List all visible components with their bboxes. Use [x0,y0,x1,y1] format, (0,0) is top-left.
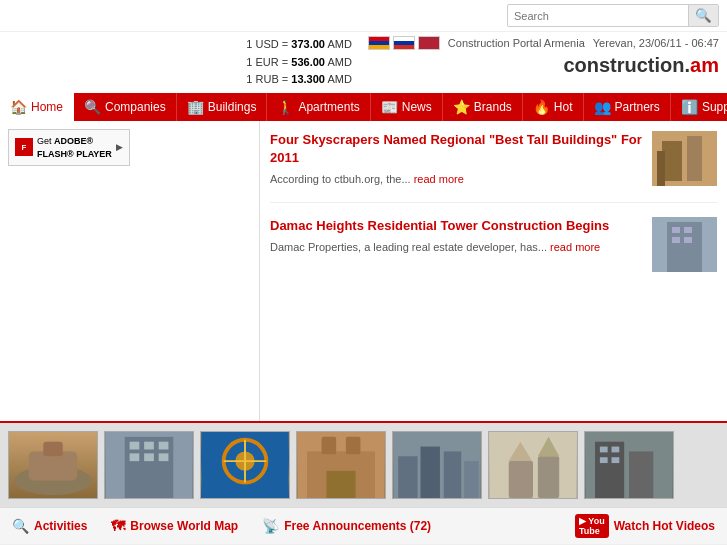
flags [368,36,440,50]
hot-videos-link[interactable]: Watch Hot Videos [614,519,715,533]
svg-rect-2 [687,136,702,181]
usd-rate: 1 USD = 373.00 AMD [246,36,352,54]
nav-brands[interactable]: ⭐ Brands [443,93,523,121]
svg-rect-6 [672,227,680,233]
info-bar: 1 USD = 373.00 AMD 1 EUR = 536.00 AMD 1 … [0,32,727,93]
news-text-1: Four Skyscrapers Named Regional "Best Ta… [270,131,642,188]
news-item-2: Damac Heights Residential Tower Construc… [270,217,717,286]
main-nav: 🏠 Home 🔍 Companies 🏢 Buildings 🚶 Apartme… [0,93,727,121]
top-search-button[interactable]: 🔍 [688,5,718,26]
thumb-7[interactable] [584,431,674,499]
home-icon: 🏠 [10,99,27,115]
svg-rect-12 [43,441,62,456]
flag-armenia [368,36,390,50]
support-icon: ℹ️ [681,99,698,115]
news-text-2: Damac Heights Residential Tower Construc… [270,217,642,272]
svg-rect-16 [144,441,154,449]
svg-rect-37 [509,461,533,498]
nav-support[interactable]: ℹ️ Support [671,93,727,121]
buildings-icon: 🏢 [187,99,204,115]
partners-icon: 👥 [594,99,611,115]
flag-russia [393,36,415,50]
nav-news[interactable]: 📰 News [371,93,443,121]
read-more-2[interactable]: read more [550,241,600,253]
flag-us [418,36,440,50]
announcements-icon: 📡 [262,518,279,534]
currency-info: 1 USD = 373.00 AMD 1 EUR = 536.00 AMD 1 … [246,36,352,89]
svg-rect-9 [684,237,692,243]
thumb-4[interactable] [296,431,386,499]
news-desc-2: Damac Properties, a leading real estate … [270,239,642,256]
right-panel: Four Skyscrapers Named Regional "Best Ta… [260,121,727,421]
apartments-icon: 🚶 [277,99,294,115]
read-more-1[interactable]: read more [414,173,464,185]
datetime: Yerevan, 23/06/11 - 06:47 [593,37,719,49]
svg-rect-33 [421,446,440,497]
flash-badge[interactable]: F Get ADOBE® FLASH® PLAYER ▶ [8,129,130,166]
flash-get: Get [37,136,54,146]
browse-map-link[interactable]: 🗺 Browse World Map [111,518,238,534]
flash-text: Get ADOBE® FLASH® PLAYER [37,134,112,161]
svg-rect-34 [444,451,461,498]
svg-rect-17 [159,441,169,449]
companies-icon: 🔍 [84,99,101,115]
news-thumb-1 [652,131,717,186]
left-panel: F Get ADOBE® FLASH® PLAYER ▶ [0,121,260,421]
nav-partners[interactable]: 👥 Partners [584,93,671,121]
youtube-icon: ▶ YouTube [575,514,609,538]
svg-rect-20 [159,453,169,461]
news-item-1: Four Skyscrapers Named Regional "Best Ta… [270,131,717,203]
news-thumb-2 [652,217,717,272]
svg-rect-35 [464,461,479,498]
svg-rect-39 [538,456,559,498]
portal-name: Construction Portal Armenia [448,37,585,49]
svg-rect-18 [130,453,140,461]
logo: construction.am [563,54,719,77]
svg-rect-43 [629,451,653,498]
nav-hot[interactable]: 🔥 Hot [523,93,584,121]
svg-rect-3 [657,151,665,186]
news-title-2[interactable]: Damac Heights Residential Tower Construc… [270,217,642,235]
thumb-3[interactable] [200,431,290,499]
top-search-box: 🔍 [507,4,719,27]
svg-rect-15 [130,441,140,449]
svg-rect-28 [322,437,337,454]
activities-icon: 🔍 [12,518,29,534]
thumb-6[interactable] [488,431,578,499]
svg-rect-47 [612,457,620,463]
main-content: F Get ADOBE® FLASH® PLAYER ▶ Four Skyscr… [0,121,727,423]
svg-rect-32 [398,456,417,498]
news-icon: 📰 [381,99,398,115]
news-title-1[interactable]: Four Skyscrapers Named Regional "Best Ta… [270,131,642,167]
nav-companies[interactable]: 🔍 Companies [74,93,177,121]
nav-buildings[interactable]: 🏢 Buildings [177,93,268,121]
brands-icon: ⭐ [453,99,470,115]
rub-rate: 1 RUB = 13.300 AMD [246,71,352,89]
svg-rect-46 [600,457,608,463]
bottom-bar: 🔍 Activities 🗺 Browse World Map 📡 Free A… [0,507,727,544]
svg-rect-29 [346,437,361,454]
svg-rect-45 [612,446,620,452]
logo-tld: am [690,54,719,76]
svg-rect-8 [672,237,680,243]
youtube-section: ▶ YouTube Watch Hot Videos [575,514,715,538]
thumb-1[interactable] [8,431,98,499]
svg-rect-30 [326,471,355,498]
flash-icon: F [15,138,33,156]
thumb-5[interactable] [392,431,482,499]
activities-link[interactable]: 🔍 Activities [12,518,87,534]
svg-rect-19 [144,453,154,461]
svg-rect-42 [595,441,624,497]
svg-rect-44 [600,446,608,452]
nav-apartments[interactable]: 🚶 Apartments [267,93,370,121]
news-desc-1: According to ctbuh.org, the... read more [270,171,642,188]
announcements-link[interactable]: 📡 Free Announcements (72) [262,518,431,534]
top-search-input[interactable] [508,7,688,25]
svg-rect-7 [684,227,692,233]
eur-rate: 1 EUR = 536.00 AMD [246,54,352,72]
thumb-2[interactable] [104,431,194,499]
hot-icon: 🔥 [533,99,550,115]
thumb-strip [0,423,727,507]
right-info: Construction Portal Armenia Yerevan, 23/… [368,36,719,77]
nav-home[interactable]: 🏠 Home [0,93,74,121]
